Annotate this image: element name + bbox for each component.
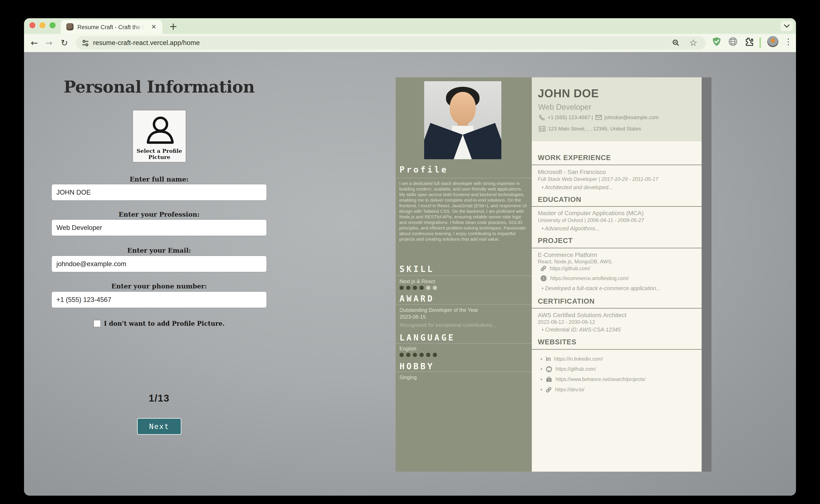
tab-strip: Resume Craft - Craft the Best × + xyxy=(24,18,796,34)
personal-information-form: Personal Information Select a Profile Pi… xyxy=(51,65,267,489)
profile-summary: I am a dedicated full stack developer wi… xyxy=(399,181,528,242)
certification-bullet: • Credential ID: AWS-CSA-12345 xyxy=(542,327,621,333)
adblock-shield-icon[interactable] xyxy=(712,36,722,47)
project-repo-row: https://github.com/ xyxy=(540,266,590,272)
zoom-window-button[interactable] xyxy=(50,22,56,28)
envelope-icon xyxy=(596,115,602,120)
divider xyxy=(532,165,702,165)
browser-menu-icon[interactable]: ⋮ xyxy=(783,36,793,47)
page-content: Personal Information Select a Profile Pi… xyxy=(24,52,796,496)
language-name: English xyxy=(399,346,417,352)
project-section-title: PROJECT xyxy=(538,237,573,245)
browser-profile-avatar[interactable] xyxy=(767,36,778,47)
tab-search-chevron-button[interactable] xyxy=(781,21,793,31)
step-indicator: 1/13 xyxy=(51,392,267,404)
website-url[interactable]: https://www.behance.net/search/projects/ xyxy=(556,377,646,382)
profile-section-title: Profile xyxy=(399,165,448,174)
tab-title: Resume Craft - Craft the Best xyxy=(77,24,144,31)
project-bullet: • Developed a full-stack e-commerce appl… xyxy=(542,285,661,291)
divider xyxy=(395,304,532,305)
work-role: Full Stack Web Developer | xyxy=(538,176,602,182)
award-name: Outstanding Developer of the Year xyxy=(399,307,478,313)
bookmark-star-icon[interactable]: ☆ xyxy=(689,38,697,48)
award-section-title: AWARD xyxy=(399,294,434,303)
globe-extension-icon[interactable] xyxy=(728,36,738,47)
website-url[interactable]: https://dev.to/ xyxy=(555,387,584,393)
chevron-down-icon xyxy=(784,24,790,28)
no-picture-label: I don't want to add Profile Picture. xyxy=(104,320,224,327)
work-bullet: • Architected and developed... xyxy=(542,184,613,191)
websites-section-title: WEBSITES xyxy=(538,338,577,346)
education-bullet: • Advanced Algorithms... xyxy=(542,225,600,232)
minimize-window-button[interactable] xyxy=(39,22,45,28)
browser-toolbar: ← → ↻ resume-craft-react.vercel.app/home… xyxy=(24,34,796,52)
email-input[interactable] xyxy=(51,256,267,272)
full-name-input[interactable] xyxy=(51,184,267,201)
project-live-row: https://ecommerce.artoftesting.com/ xyxy=(540,275,629,282)
divider xyxy=(395,178,532,178)
divider xyxy=(532,308,702,309)
website-url[interactable]: https://in.linkedin.com/ xyxy=(554,356,603,362)
divider xyxy=(532,206,702,207)
divider xyxy=(532,349,702,350)
divider xyxy=(395,343,532,344)
address-bar[interactable]: resume-craft-react.vercel.app/home ☆ xyxy=(76,36,706,50)
resume-left-column: Profile I am a dedicated full stack deve… xyxy=(395,77,532,472)
website-row-devto: • https://dev.to/ xyxy=(540,386,584,393)
website-row-github: • https://github.com/ xyxy=(540,366,596,372)
url-text[interactable]: resume-craft-react.vercel.app/home xyxy=(93,39,200,47)
full-name-label: Enter full name: xyxy=(51,175,267,183)
project-repo-url[interactable]: https://github.com/ xyxy=(550,266,590,272)
award-date: 2023-06-15 xyxy=(399,314,426,320)
work-section-title: WORK EXPERIENCE xyxy=(538,154,611,162)
profession-label: Enter your Profession: xyxy=(51,211,267,218)
award-note: Recognized for exceptional contributions… xyxy=(399,322,497,328)
tab-favicon-icon xyxy=(66,23,74,30)
reload-icon[interactable]: ↻ xyxy=(58,37,70,49)
skill-section-title: SKILL xyxy=(399,264,434,274)
project-stack: React, Node.js, MongoDB, AWS. xyxy=(538,259,613,265)
certification-section-title: CERTIFICATION xyxy=(538,297,595,305)
education-school-dates: University of Oxford | 2006-04-11 - 2008… xyxy=(538,217,644,223)
resume-contact-row: +1 (555) 123-4567 | johndoe@example.com xyxy=(539,114,659,121)
profile-picture-label: Select a Profile Picture xyxy=(133,148,186,160)
id-card-icon xyxy=(539,126,546,132)
linkedin-icon: in xyxy=(546,355,551,362)
globe-icon xyxy=(540,275,547,282)
resume-name: JOHN DOE xyxy=(538,87,599,100)
divider xyxy=(532,248,702,248)
close-window-button[interactable] xyxy=(29,22,35,28)
next-button[interactable]: Next xyxy=(137,418,181,435)
website-row-behance: • https://www.behance.net/search/project… xyxy=(540,376,646,383)
profile-picture-upload[interactable]: Select a Profile Picture xyxy=(132,110,186,162)
back-icon[interactable]: ← xyxy=(28,37,40,49)
email-label: Enter your Email: xyxy=(51,247,267,254)
extensions-puzzle-icon[interactable] xyxy=(744,36,754,47)
forward-icon[interactable]: → xyxy=(43,37,55,49)
language-section-title: LANGUAGE xyxy=(399,333,455,342)
phone-input[interactable] xyxy=(51,291,267,308)
browser-tab[interactable]: Resume Craft - Craft the Best × xyxy=(61,20,162,34)
resume-phone: +1 (555) 123-4567 | xyxy=(548,114,593,120)
project-live-url[interactable]: https://ecommerce.artoftesting.com/ xyxy=(550,276,629,281)
zoom-out-icon[interactable] xyxy=(672,39,680,47)
website-url[interactable]: https://github.com/ xyxy=(556,366,596,372)
resume-profession: Web Developer xyxy=(538,103,591,112)
project-name: E-Commerce Platform xyxy=(538,252,597,258)
site-settings-icon[interactable] xyxy=(81,39,90,47)
no-picture-option: I don't want to add Profile Picture. xyxy=(51,320,267,327)
certification-dates: 2022-09-12 - 2030-09-12 xyxy=(538,319,595,325)
no-picture-checkbox[interactable] xyxy=(93,320,101,327)
page-title: Personal Information xyxy=(51,77,267,96)
divider xyxy=(395,371,532,372)
profession-input[interactable] xyxy=(51,219,267,236)
work-dates: 2017-10-29 - 2011-05-17 xyxy=(602,176,658,182)
tab-close-icon[interactable]: × xyxy=(150,23,158,30)
resume-address: 123 Main Street, , , 12345, United State… xyxy=(548,126,641,132)
language-rating-dots xyxy=(399,353,440,357)
phone-label: Enter your phone number: xyxy=(51,282,267,290)
skill-name: Next.js & React xyxy=(399,278,435,284)
github-icon xyxy=(546,366,552,372)
hobby-name: Singing xyxy=(399,374,417,380)
new-tab-button[interactable]: + xyxy=(167,21,179,33)
